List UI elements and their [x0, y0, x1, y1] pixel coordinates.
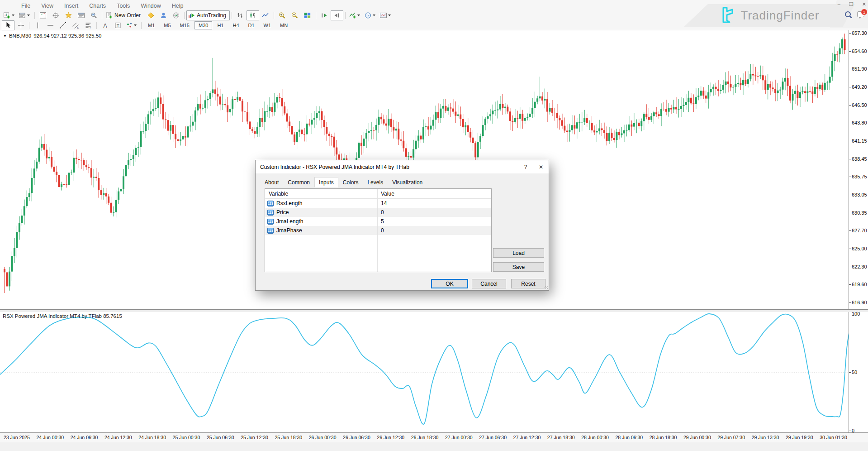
profiles-button[interactable]: [17, 10, 33, 20]
candle-chart-mode-button[interactable]: [247, 10, 259, 20]
vline-tool-button[interactable]: [31, 20, 44, 30]
templates-button[interactable]: [378, 10, 394, 20]
channel-tool-button[interactable]: E: [69, 20, 82, 30]
table-row[interactable]: 123Price0: [265, 208, 491, 217]
variable-value[interactable]: 14: [377, 200, 387, 206]
text-tool-button[interactable]: A: [99, 20, 111, 30]
new-order-button[interactable]: New Order: [104, 10, 144, 20]
crosshair-tool-button[interactable]: [14, 20, 27, 30]
dialog-resize-grip[interactable]: [544, 286, 548, 289]
navigator-icon: [65, 12, 72, 19]
table-row[interactable]: 123JmaLength5: [265, 217, 491, 226]
strategy-tester-icon: [90, 12, 98, 19]
table-header: Variable Value: [265, 189, 491, 199]
timeframe-m15[interactable]: M15: [176, 21, 194, 29]
mql5-community-button[interactable]: [157, 10, 170, 20]
save-button[interactable]: Save: [493, 262, 544, 272]
menu-help[interactable]: Help: [166, 3, 189, 9]
load-button[interactable]: Load: [493, 248, 544, 258]
periods-button[interactable]: [363, 10, 378, 20]
chart-shift-button[interactable]: [331, 10, 343, 20]
timeframe-h1[interactable]: H1: [213, 21, 228, 29]
menu-insert[interactable]: Insert: [59, 3, 84, 9]
market-watch-button[interactable]: [37, 10, 49, 20]
cursor-tool-button[interactable]: [2, 20, 14, 30]
cursor-tool-icon: [5, 22, 12, 29]
data-window-button[interactable]: [49, 10, 62, 20]
chevron-down-icon[interactable]: [388, 14, 391, 16]
profiles-icon: [19, 12, 26, 19]
tab-inputs[interactable]: Inputs: [314, 177, 338, 187]
close-button[interactable]: ✕: [862, 1, 866, 7]
search-icon[interactable]: [845, 11, 851, 17]
chat-icon[interactable]: 1: [857, 11, 864, 17]
metaeditor-button[interactable]: [144, 10, 157, 20]
timeframe-h4[interactable]: H4: [228, 21, 243, 29]
toolbar-separator: [141, 22, 142, 29]
timeframe-m30[interactable]: M30: [194, 21, 212, 29]
timeframe-mn[interactable]: MN: [276, 21, 292, 29]
auto-scroll-button[interactable]: [318, 10, 331, 20]
inputs-table[interactable]: Variable Value 123RsxLength14123Price012…: [265, 188, 492, 272]
terminal-button[interactable]: [75, 10, 87, 20]
menu-window[interactable]: Window: [135, 3, 166, 9]
trendline-tool-button[interactable]: [57, 20, 69, 30]
tile-windows-button[interactable]: [301, 10, 314, 20]
variable-value[interactable]: 0: [377, 227, 384, 234]
arrows-tool-button[interactable]: [124, 20, 139, 30]
timeframe-m5[interactable]: M5: [160, 21, 175, 29]
numeric-type-icon: 123: [267, 210, 274, 216]
price-tick: 646.50: [852, 102, 867, 108]
tab-colors[interactable]: Colors: [338, 177, 363, 187]
menu-file[interactable]: File: [16, 3, 36, 9]
navigator-button[interactable]: [62, 10, 75, 20]
zoom-in-button[interactable]: [276, 10, 289, 20]
table-row[interactable]: 123JmaPhase0: [265, 226, 491, 235]
zoom-out-button[interactable]: [289, 10, 301, 20]
indicator-panel[interactable]: RSX Powered JMA Indicator MT4 by TFlab 8…: [0, 312, 849, 432]
tab-visualization[interactable]: Visualization: [388, 177, 427, 187]
timeframe-d1[interactable]: D1: [244, 21, 259, 29]
tab-common[interactable]: Common: [283, 177, 314, 187]
chart-collapse-icon[interactable]: ▼: [3, 34, 7, 38]
timeframe-w1[interactable]: W1: [260, 21, 275, 29]
label-tool-button[interactable]: T: [111, 20, 124, 30]
bar-chart-mode-button[interactable]: [234, 10, 247, 20]
line-chart-mode-button[interactable]: [259, 10, 272, 20]
dialog-titlebar[interactable]: Custom Indicator - RSX Powered JMA Indic…: [256, 160, 549, 173]
indicators-list-button[interactable]: [347, 10, 363, 20]
dialog-close-icon[interactable]: ✕: [533, 160, 549, 173]
cancel-button[interactable]: Cancel: [472, 279, 506, 288]
hline-tool-button[interactable]: [44, 20, 57, 30]
strategy-tester-button[interactable]: [87, 10, 100, 20]
time-axis[interactable]: 23 Jun 202524 Jun 00:3024 Jun 06:3024 Ju…: [0, 432, 868, 442]
restore-button[interactable]: ❐: [849, 1, 854, 7]
candle-chart-mode-icon: [249, 12, 256, 19]
chevron-down-icon[interactable]: [373, 14, 375, 16]
variable-value[interactable]: 0: [377, 209, 384, 216]
time-tick: 23 Jun 2025: [4, 435, 30, 440]
menu-tools[interactable]: Tools: [111, 3, 135, 9]
chevron-down-icon[interactable]: [27, 14, 30, 16]
new-chart-button[interactable]: [2, 10, 17, 20]
signals-button[interactable]: [170, 10, 182, 20]
price-axis[interactable]: 657.30654.60651.90649.20646.50643.80641.…: [849, 30, 868, 309]
menu-view[interactable]: View: [36, 3, 59, 9]
autotrading-button[interactable]: AutoTrading: [186, 10, 230, 20]
dialog-help-icon[interactable]: ?: [518, 160, 533, 173]
tab-levels[interactable]: Levels: [363, 177, 388, 187]
variable-value[interactable]: 5: [377, 218, 384, 225]
fibo-tool-button[interactable]: F: [82, 20, 95, 30]
indicator-axis[interactable]: 100500: [849, 312, 868, 432]
chevron-down-icon[interactable]: [12, 14, 14, 16]
table-row[interactable]: 123RsxLength14: [265, 199, 491, 208]
reset-button[interactable]: Reset: [511, 279, 545, 288]
tab-about[interactable]: About: [260, 177, 283, 187]
ok-button[interactable]: OK: [431, 279, 468, 288]
timeframe-m1[interactable]: M1: [144, 21, 159, 29]
svg-text:F: F: [90, 26, 91, 29]
menu-charts[interactable]: Charts: [84, 3, 111, 9]
minimize-button[interactable]: –: [838, 1, 840, 7]
chevron-down-icon[interactable]: [357, 14, 360, 16]
chevron-down-icon[interactable]: [134, 24, 137, 26]
